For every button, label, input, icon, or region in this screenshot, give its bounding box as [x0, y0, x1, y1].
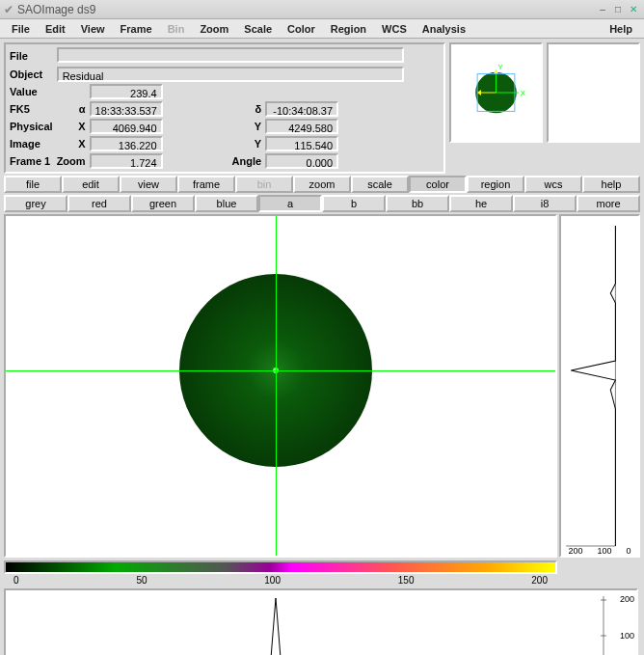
label-physical: Physical: [8, 118, 55, 135]
label-file: File: [8, 46, 55, 66]
btn-i8[interactable]: i8: [513, 195, 577, 212]
value-object: Residual: [57, 67, 404, 82]
btn-file[interactable]: file: [4, 176, 62, 193]
label-ix: X: [55, 135, 88, 152]
menu-zoom[interactable]: Zoom: [192, 21, 236, 37]
horizontal-cut-graph[interactable]: 200 100 0: [4, 588, 638, 655]
btn-grey[interactable]: grey: [4, 195, 67, 212]
btn-region[interactable]: region: [467, 176, 524, 193]
window-title: SAOImage ds9: [17, 3, 594, 16]
svg-text:X: X: [521, 89, 525, 97]
vertical-cut-graph[interactable]: 200 100 0: [559, 214, 640, 558]
btn-red[interactable]: red: [67, 195, 131, 212]
label-fk5: FK5: [8, 100, 55, 118]
window-titlebar: ✔ SAOImage ds9 – □ ✕: [0, 0, 644, 19]
btn-more[interactable]: more: [577, 195, 640, 212]
vgraph-tick-100: 100: [597, 546, 611, 556]
btn-he[interactable]: he: [449, 195, 513, 212]
menu-analysis[interactable]: Analysis: [415, 21, 473, 37]
label-object: Object: [8, 66, 55, 83]
minimize-button[interactable]: –: [596, 3, 609, 16]
value-alpha: 18:33:33.537: [90, 101, 163, 117]
menu-frame[interactable]: Frame: [113, 21, 160, 37]
crosshair-horizontal: [6, 370, 555, 371]
label-py: Y: [230, 118, 264, 135]
magnifier-panel[interactable]: [547, 42, 640, 143]
value-value: 239.4: [90, 84, 163, 99]
btn-zoom[interactable]: zoom: [293, 176, 351, 193]
btn-edit[interactable]: edit: [62, 176, 120, 193]
btn-scale[interactable]: scale: [351, 176, 409, 193]
colorbar[interactable]: [4, 560, 557, 574]
info-panel: File Object Residual Value 239.4 FK5 α 1…: [4, 42, 445, 174]
label-zoom: Zoom: [55, 152, 88, 170]
btn-green[interactable]: green: [131, 195, 195, 212]
close-button[interactable]: ✕: [627, 3, 640, 16]
value-zoom: 1.724: [90, 153, 163, 169]
cbar-tick-0: 0: [13, 575, 19, 586]
value-py: 4249.580: [265, 119, 338, 134]
button-row-categories: file edit view frame bin zoom scale colo…: [4, 176, 640, 193]
btn-a[interactable]: a: [258, 195, 322, 212]
value-file: [57, 47, 404, 63]
cbar-tick-100: 100: [264, 575, 281, 586]
image-display[interactable]: [4, 214, 557, 558]
value-delta: -10:34:08.37: [265, 101, 338, 117]
label-frame: Frame 1: [8, 152, 55, 170]
label-px: X: [55, 118, 88, 135]
hgraph-tick-200: 200: [620, 594, 634, 604]
panner-panel[interactable]: Y X: [449, 42, 543, 143]
label-iy: Y: [230, 135, 264, 152]
menu-scale[interactable]: Scale: [236, 21, 280, 37]
svg-text:Y: Y: [497, 63, 502, 71]
label-image: Image: [8, 135, 55, 152]
colorbar-ticks: 0 50 100 150 200: [4, 575, 557, 586]
btn-color[interactable]: color: [409, 176, 467, 193]
value-ix: 136.220: [90, 136, 163, 151]
maximize-button[interactable]: □: [611, 3, 625, 16]
value-angle: 0.000: [265, 153, 338, 169]
btn-b[interactable]: b: [322, 195, 386, 212]
value-iy: 115.540: [265, 136, 338, 151]
cbar-tick-200: 200: [531, 575, 548, 586]
btn-help[interactable]: help: [582, 176, 640, 193]
cbar-tick-50: 50: [136, 575, 147, 586]
hgraph-tick-100: 100: [620, 631, 634, 641]
menu-view[interactable]: View: [73, 21, 113, 37]
menu-region[interactable]: Region: [323, 21, 374, 37]
menu-wcs[interactable]: WCS: [374, 21, 415, 37]
label-delta: δ: [230, 100, 264, 118]
crosshair-vertical: [276, 216, 277, 556]
label-alpha: α: [55, 100, 88, 118]
btn-wcs[interactable]: wcs: [524, 176, 582, 193]
value-px: 4069.940: [90, 119, 163, 134]
btn-view[interactable]: view: [120, 176, 177, 193]
cbar-tick-150: 150: [398, 575, 415, 586]
btn-bin: bin: [235, 176, 293, 193]
vgraph-tick-0: 0: [626, 546, 631, 556]
label-angle: Angle: [230, 152, 264, 170]
btn-blue[interactable]: blue: [195, 195, 258, 212]
menu-file[interactable]: File: [4, 21, 38, 37]
button-row-colormaps: grey red green blue a b bb he i8 more: [4, 195, 640, 212]
menu-help[interactable]: Help: [602, 21, 640, 37]
btn-frame[interactable]: frame: [177, 176, 235, 193]
vgraph-tick-200: 200: [568, 546, 582, 556]
menu-bin: Bin: [160, 21, 193, 37]
menu-edit[interactable]: Edit: [38, 21, 73, 37]
btn-bb[interactable]: bb: [386, 195, 449, 212]
label-value: Value: [8, 83, 55, 100]
menubar: File Edit View Frame Bin Zoom Scale Colo…: [0, 19, 644, 39]
menu-color[interactable]: Color: [280, 21, 323, 37]
app-icon: ✔: [4, 3, 13, 16]
